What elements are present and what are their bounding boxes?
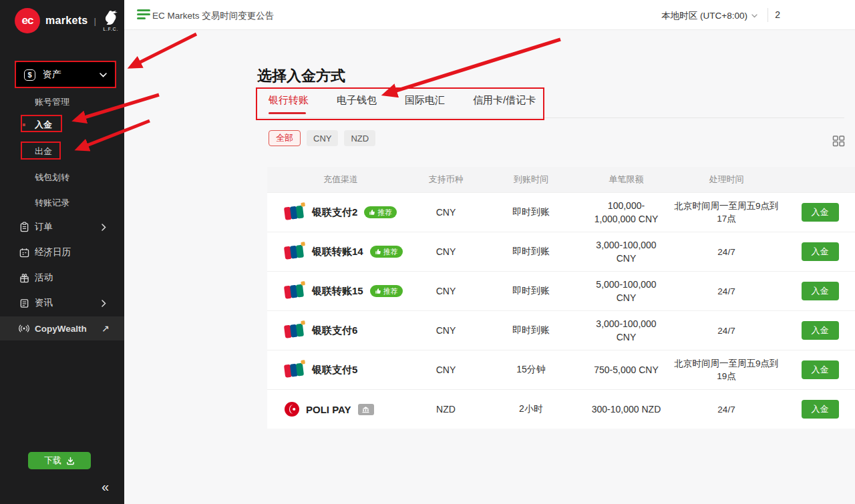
- download-icon: [66, 457, 75, 465]
- processing-cell: 24/7: [668, 398, 785, 421]
- page-title: 选择入金方式: [257, 66, 345, 86]
- sidebar-item-deposit[interactable]: 入金: [35, 119, 52, 131]
- processing-cell: 24/7: [668, 319, 785, 342]
- menu-toggle-icon[interactable]: [137, 9, 150, 21]
- arrival-cell: 即时到账: [478, 246, 584, 258]
- lfc-logo: L.F.C.: [102, 10, 120, 31]
- sidebar-item-activities[interactable]: 活动: [0, 268, 124, 288]
- sidebar-item-assets[interactable]: $ 资产: [16, 62, 115, 87]
- limit-cell: 3,000-100,000 CNY: [584, 312, 668, 349]
- external-link-icon: ↗: [102, 323, 110, 334]
- unionpay-icon: [284, 322, 306, 339]
- currency-cell: NZD: [414, 404, 478, 415]
- tab-bank-transfer[interactable]: 银行转账: [269, 94, 309, 116]
- orders-label: 订单: [35, 221, 53, 233]
- bank-badge-icon: [358, 404, 374, 415]
- deposit-button[interactable]: 入金: [802, 400, 839, 419]
- timezone-selector[interactable]: 本地时区 (UTC+8:00): [661, 10, 757, 22]
- grid-view-icon[interactable]: [832, 134, 846, 150]
- column-header: 处理时间: [668, 174, 785, 186]
- gift-icon: [19, 272, 29, 283]
- deposit-button[interactable]: 入金: [802, 203, 839, 222]
- sidebar-item-withdraw[interactable]: 出金: [35, 146, 52, 158]
- news-icon: [19, 298, 29, 308]
- deposit-button[interactable]: 入金: [802, 242, 839, 261]
- table-row: 银联转账14 推荐 CNY 即时到账 3,000-100,000 CNY 24/…: [267, 232, 855, 271]
- filter-cny[interactable]: CNY: [307, 130, 338, 146]
- recommend-badge: 推荐: [364, 206, 397, 218]
- deposit-button[interactable]: 入金: [802, 321, 839, 340]
- table-row: POLI PAY NZD 2小时 300-10,000 NZD 24/7 入金: [267, 389, 855, 429]
- sidebar-item-economic-calendar[interactable]: 经济日历: [0, 242, 124, 262]
- assets-label: 资产: [43, 69, 100, 81]
- currency-cell: CNY: [414, 246, 478, 257]
- liverbird-icon: [102, 10, 120, 26]
- currency-cell: CNY: [414, 207, 478, 218]
- calendar-icon: [19, 247, 29, 258]
- arrival-cell: 15分钟: [478, 364, 584, 376]
- processing-cell: 24/7: [668, 280, 785, 303]
- chevron-right-icon: [102, 224, 106, 231]
- chevron-down-icon: [751, 14, 757, 18]
- currency-cell: CNY: [414, 286, 478, 296]
- annotation-arrow-tabs: [385, 39, 560, 94]
- chevron-right-icon: [102, 300, 106, 307]
- table-row: 银联转账15 推荐 CNY 即时到账 5,000-100,000 CNY 24/…: [267, 271, 855, 310]
- limit-cell: 3,000-100,000 CNY: [584, 233, 668, 270]
- thumbs-up-icon: [375, 248, 381, 255]
- activities-label: 活动: [35, 272, 53, 284]
- sidebar-collapse-button[interactable]: «: [102, 479, 109, 495]
- unionpay-icon: [284, 244, 306, 260]
- clipboard-icon: [19, 222, 29, 232]
- lfc-caption: L.F.C.: [103, 27, 118, 31]
- channel-name: POLI PAY: [306, 404, 351, 415]
- topbar-divider: [767, 8, 768, 22]
- poli-pay-icon: [285, 402, 299, 417]
- download-label: 下载: [44, 455, 61, 467]
- column-header: 支持币种: [414, 174, 478, 186]
- sidebar-item-news[interactable]: 资讯: [0, 293, 124, 313]
- brand-logo[interactable]: ec markets | L.F.C.: [15, 8, 120, 33]
- sidebar-item-account-management[interactable]: 账号管理: [35, 96, 69, 108]
- ec-logo-icon: ec: [15, 8, 40, 33]
- sidebar-item-orders[interactable]: 订单: [0, 217, 124, 237]
- limit-cell: 750-5,000 CNY: [584, 358, 668, 382]
- processing-cell: 24/7: [668, 240, 785, 264]
- limit-cell: 5,000-100,000 CNY: [584, 272, 668, 310]
- topbar-clipped-text: 2: [775, 9, 780, 20]
- recommend-label: 推荐: [383, 286, 398, 296]
- limit-cell: 100,000-1,000,000 CNY: [584, 194, 668, 231]
- active-item-dot: [23, 123, 25, 126]
- arrival-cell: 即时到账: [478, 285, 584, 297]
- table-row: 银联支付6 CNY 即时到账 3,000-100,000 CNY 24/7 入金: [267, 310, 855, 350]
- recommend-badge: 推荐: [370, 285, 403, 297]
- sidebar-item-copywealth[interactable]: CopyWealth ↗: [0, 316, 124, 340]
- deposit-button[interactable]: 入金: [802, 360, 839, 379]
- download-button[interactable]: 下载: [28, 452, 91, 469]
- brand-separator: |: [94, 16, 96, 26]
- tab-e-wallet[interactable]: 电子钱包: [337, 94, 377, 116]
- column-header: 单笔限额: [584, 174, 668, 186]
- tab-credit-debit-card[interactable]: 信用卡/借记卡: [473, 94, 536, 116]
- sidebar-item-wallet-transfer[interactable]: 钱包划转: [35, 172, 69, 184]
- channel-name: 银联转账14: [312, 246, 363, 258]
- table-row: 银联支付5 CNY 15分钟 750-5,000 CNY 北京时间周一至周五9点…: [267, 350, 855, 389]
- topbar: EC Markets 交易时间变更公告 本地时区 (UTC+8:00) 2: [124, 0, 855, 30]
- unionpay-icon: [284, 204, 306, 221]
- filter-nzd[interactable]: NZD: [344, 130, 375, 146]
- assets-dollar-icon: $: [24, 69, 35, 81]
- recommend-label: 推荐: [383, 247, 398, 257]
- unionpay-icon: [284, 362, 306, 379]
- deposit-button[interactable]: 入金: [802, 282, 839, 300]
- arrival-cell: 即时到账: [478, 206, 584, 218]
- announcement-link[interactable]: EC Markets 交易时间变更公告: [152, 10, 274, 22]
- recommend-badge: 推荐: [370, 246, 403, 258]
- tab-international-wire[interactable]: 国际电汇: [405, 94, 445, 116]
- processing-cell: 北京时间周一至周五9点到19点: [668, 352, 785, 388]
- unionpay-icon: [284, 283, 306, 300]
- table-row: 银联支付2 推荐 CNY 即时到账 100,000-1,000,000 CNY …: [267, 192, 855, 232]
- timezone-label: 本地时区 (UTC+8:00): [661, 10, 747, 22]
- sidebar-item-transfer-records[interactable]: 转账记录: [35, 197, 69, 209]
- news-label: 资讯: [35, 297, 53, 309]
- filter-all[interactable]: 全部: [269, 130, 301, 146]
